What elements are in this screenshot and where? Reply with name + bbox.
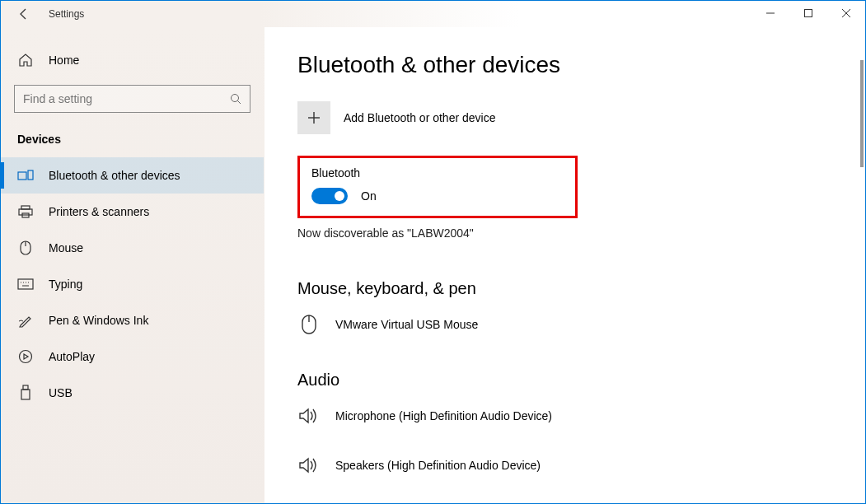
scrollbar[interactable] <box>860 60 864 167</box>
home-nav[interactable]: Home <box>1 44 264 77</box>
sidebar-item-usb[interactable]: USB <box>1 375 264 411</box>
back-button[interactable] <box>16 6 32 22</box>
main-container: Home Devices Bluetooth & other devices P… <box>1 27 865 503</box>
svg-rect-6 <box>18 172 26 180</box>
main-content: Bluetooth & other devices Add Bluetooth … <box>264 27 865 503</box>
sidebar-item-label: Bluetooth & other devices <box>49 169 180 182</box>
mouse-section-header: Mouse, keyboard, & pen <box>297 279 832 298</box>
sidebar-item-printers[interactable]: Printers & scanners <box>1 194 264 230</box>
minimize-button[interactable] <box>751 1 789 26</box>
titlebar: Settings <box>1 1 865 27</box>
minimize-icon <box>766 9 775 17</box>
plus-icon <box>297 101 330 134</box>
search-box[interactable] <box>14 85 250 113</box>
sidebar-item-bluetooth[interactable]: Bluetooth & other devices <box>1 157 264 194</box>
sidebar-item-pen[interactable]: Pen & Windows Ink <box>1 302 264 338</box>
search-icon <box>230 93 241 105</box>
mouse-device-icon <box>297 313 321 336</box>
svg-rect-7 <box>28 170 33 180</box>
svg-point-4 <box>232 95 239 102</box>
audio-section-header: Audio <box>297 371 832 390</box>
bluetooth-toggle-row: On <box>311 188 564 204</box>
bluetooth-label: Bluetooth <box>311 166 564 180</box>
sidebar-item-label: Pen & Windows Ink <box>49 314 148 327</box>
svg-rect-1 <box>805 10 812 17</box>
svg-rect-13 <box>18 279 33 289</box>
usb-icon <box>17 385 34 401</box>
sidebar-item-autoplay[interactable]: AutoPlay <box>1 338 264 375</box>
sidebar-item-label: AutoPlay <box>49 350 95 363</box>
svg-point-19 <box>20 351 32 363</box>
page-title: Bluetooth & other devices <box>297 52 832 78</box>
search-input[interactable] <box>23 92 230 105</box>
add-device-label: Add Bluetooth or other device <box>344 111 495 124</box>
bluetooth-highlight: Bluetooth On <box>297 156 578 218</box>
mouse-icon <box>17 240 34 256</box>
app-title: Settings <box>49 8 84 20</box>
sidebar-section-header: Devices <box>1 128 264 157</box>
device-row-speakers[interactable]: Speakers (High Definition Audio Device) <box>297 454 832 477</box>
home-label: Home <box>49 54 79 67</box>
bluetooth-toggle-state: On <box>361 189 377 203</box>
discoverable-text: Now discoverable as "LABW2004" <box>297 226 832 240</box>
sidebar-item-typing[interactable]: Typing <box>1 266 264 302</box>
device-label: Microphone (High Definition Audio Device… <box>335 409 552 422</box>
home-icon <box>17 52 34 68</box>
svg-line-5 <box>238 101 241 105</box>
device-row-mouse[interactable]: VMware Virtual USB Mouse <box>297 313 832 336</box>
keyboard-icon <box>17 276 34 292</box>
speaker-icon <box>297 454 321 477</box>
add-device-button[interactable]: Add Bluetooth or other device <box>297 101 832 134</box>
svg-rect-9 <box>19 209 32 215</box>
device-label: VMware Virtual USB Mouse <box>335 318 478 331</box>
sidebar: Home Devices Bluetooth & other devices P… <box>1 27 264 503</box>
sidebar-item-mouse[interactable]: Mouse <box>1 230 264 266</box>
window-controls <box>751 1 865 26</box>
sidebar-item-label: Printers & scanners <box>49 205 149 218</box>
devices-icon <box>17 167 34 184</box>
autoplay-icon <box>17 348 34 365</box>
device-row-microphone[interactable]: Microphone (High Definition Audio Device… <box>297 404 832 427</box>
pen-icon <box>17 312 34 329</box>
printer-icon <box>17 203 34 220</box>
arrow-left-icon <box>17 7 30 21</box>
sidebar-item-label: Typing <box>49 278 82 291</box>
device-label: Speakers (High Definition Audio Device) <box>335 459 541 472</box>
speaker-icon <box>297 404 321 427</box>
bluetooth-toggle[interactable] <box>311 188 348 204</box>
maximize-icon <box>804 9 812 17</box>
maximize-button[interactable] <box>789 1 827 26</box>
close-icon <box>842 9 850 17</box>
svg-rect-8 <box>21 206 30 209</box>
close-button[interactable] <box>827 1 865 26</box>
svg-rect-21 <box>21 390 30 399</box>
svg-rect-20 <box>23 385 28 390</box>
sidebar-item-label: Mouse <box>49 241 83 254</box>
sidebar-item-label: USB <box>49 386 73 399</box>
